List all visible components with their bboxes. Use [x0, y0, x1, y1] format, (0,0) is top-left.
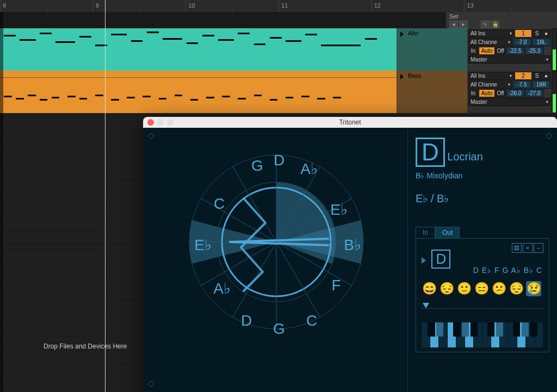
set-back-icon[interactable]: ◄ [449, 21, 458, 28]
midi-from-dropdown[interactable]: All Ins [468, 29, 514, 38]
solo-button[interactable]: S [533, 29, 541, 38]
track-row-alto: Alto All Ins1S● All Channe-7.018L InAuto… [0, 28, 557, 71]
io-tabs: In Out [416, 227, 549, 239]
plugin-window: Tritonet [143, 117, 557, 392]
note-bb[interactable]: B♭ [344, 236, 361, 254]
svg-line-14 [233, 167, 276, 242]
mood-4[interactable]: 😕 [491, 281, 506, 296]
tab-in[interactable]: In [416, 227, 435, 239]
output-dropdown[interactable]: Master [468, 98, 550, 106]
mood-1[interactable]: 😔 [439, 281, 454, 296]
midi-channel-dropdown[interactable]: All Channe [468, 80, 512, 89]
fold-icon[interactable] [400, 74, 404, 79]
note-d[interactable]: D [274, 152, 284, 169]
mixer-alto: All Ins1S● All Channe-7.018L InAutoOff-2… [467, 28, 552, 71]
note-ab[interactable]: A♭ [300, 160, 318, 178]
scale-root[interactable]: D [416, 138, 445, 167]
corner-icon[interactable] [546, 133, 552, 139]
note-ab-2[interactable]: A♭ [213, 279, 231, 297]
arm-button[interactable]: ● [542, 29, 550, 38]
panel-root[interactable]: D [431, 250, 450, 269]
volume-value[interactable]: -7.5 [513, 80, 531, 89]
mood-2[interactable]: 🙂 [456, 281, 472, 296]
drop-hint-text: Drop Files and Devices Here [44, 343, 127, 350]
note-eb-left[interactable]: E♭ [194, 236, 212, 254]
timeline-ruler[interactable]: 8 9 10 11 12 13 [0, 0, 557, 12]
midi-from-dropdown[interactable]: All Ins [468, 72, 514, 80]
chord-label: E♭ / B♭ [416, 192, 549, 205]
corner-icon[interactable] [148, 133, 154, 139]
monitor-off[interactable]: Off [496, 47, 505, 55]
monitor-off[interactable]: Off [496, 89, 505, 97]
clear-button[interactable]: × [523, 243, 533, 253]
set-header: Set ◄ ► ✎ 🔒 [446, 12, 557, 28]
track-header-bass[interactable]: Bass [397, 71, 467, 113]
scale-mode: Locrian [447, 151, 483, 163]
pan-value[interactable]: 18R [532, 80, 550, 89]
emoji-selector: 😄 😔 🙂 😑 😕 😔 😢 [422, 281, 541, 296]
close-traffic-light[interactable] [147, 119, 154, 126]
scale-notes: D E♭ F G A♭ B♭ C [473, 266, 542, 275]
note-f[interactable]: F [331, 277, 341, 294]
solo-button[interactable]: S [533, 72, 541, 80]
peak-2: -27.0 [525, 89, 543, 97]
output-dropdown[interactable]: Master [468, 55, 550, 64]
pan-value[interactable]: 18L [532, 38, 550, 46]
titlebar[interactable]: Tritonet [143, 117, 557, 128]
monitor-auto[interactable]: Auto [479, 47, 495, 55]
track-number[interactable]: 2 [515, 72, 532, 80]
peak-2: -25.3 [525, 47, 543, 55]
set-edit-icon[interactable]: ✎ [481, 21, 490, 28]
mood-6[interactable]: 😢 [526, 281, 541, 296]
set-fwd-icon[interactable]: ► [459, 21, 468, 28]
level-meter [552, 28, 557, 71]
sub-mode: B♭ Mixolydian [416, 171, 549, 180]
note-d-2[interactable]: D [241, 312, 252, 329]
output-panel: ⚄ × − D D E♭ F G A♭ B♭ C 😄 😔 🙂 😑 😕 😔 😢 [416, 238, 549, 352]
note-eb[interactable]: E♭ [330, 201, 348, 219]
monitor-in[interactable]: In [468, 89, 478, 97]
volume-value[interactable]: -7.0 [513, 38, 531, 46]
randomize-button[interactable]: ⚄ [512, 243, 522, 253]
track-header-alto[interactable]: Alto [397, 28, 467, 71]
mixer-bass: All Ins2S● All Channe-7.518R InAutoOff-2… [467, 71, 552, 113]
track-number[interactable]: 1 [515, 29, 532, 38]
set-label: Set [449, 13, 459, 20]
minus-button[interactable]: − [534, 243, 543, 253]
peak-1: -26.0 [506, 89, 524, 97]
plugin-title: Tritonet [339, 119, 361, 126]
note-g-2[interactable]: G [273, 320, 285, 338]
peak-1: -22.5 [506, 47, 524, 55]
clip-bass[interactable] [0, 71, 397, 113]
track-row-bass: Bass All Ins2S● All Channe-7.518R InAuto… [0, 71, 557, 113]
playhead[interactable] [105, 0, 106, 392]
circle-panel: G D A♭ C E♭ E♭ B♭ A♭ F D C G [143, 128, 407, 392]
note-g[interactable]: G [251, 157, 263, 175]
monitor-in[interactable]: In [468, 47, 478, 55]
slider-thumb-icon[interactable] [423, 303, 429, 308]
monitor-auto[interactable]: Auto [479, 89, 495, 97]
level-meter [552, 71, 557, 113]
mini-keyboard[interactable] [422, 322, 543, 347]
arm-button[interactable]: ● [542, 72, 550, 80]
mood-0[interactable]: 😄 [422, 281, 437, 296]
zoom-traffic-light[interactable] [167, 119, 174, 126]
minimize-traffic-light[interactable] [157, 119, 164, 126]
note-c[interactable]: C [214, 195, 225, 213]
tension-slider[interactable] [422, 303, 543, 310]
info-panel: D Locrian B♭ Mixolydian E♭ / B♭ In Out ⚄… [407, 128, 557, 392]
mood-5[interactable]: 😔 [509, 281, 524, 296]
play-icon[interactable] [422, 257, 426, 264]
midi-channel-dropdown[interactable]: All Channe [468, 38, 512, 46]
mood-3[interactable]: 😑 [474, 281, 489, 296]
corner-icon[interactable] [148, 381, 154, 387]
note-c-2[interactable]: C [306, 312, 317, 329]
set-lock-icon[interactable]: 🔒 [491, 21, 499, 28]
clip-alto[interactable] [0, 28, 397, 71]
fold-icon[interactable] [400, 32, 404, 37]
tab-out[interactable]: Out [435, 227, 460, 239]
